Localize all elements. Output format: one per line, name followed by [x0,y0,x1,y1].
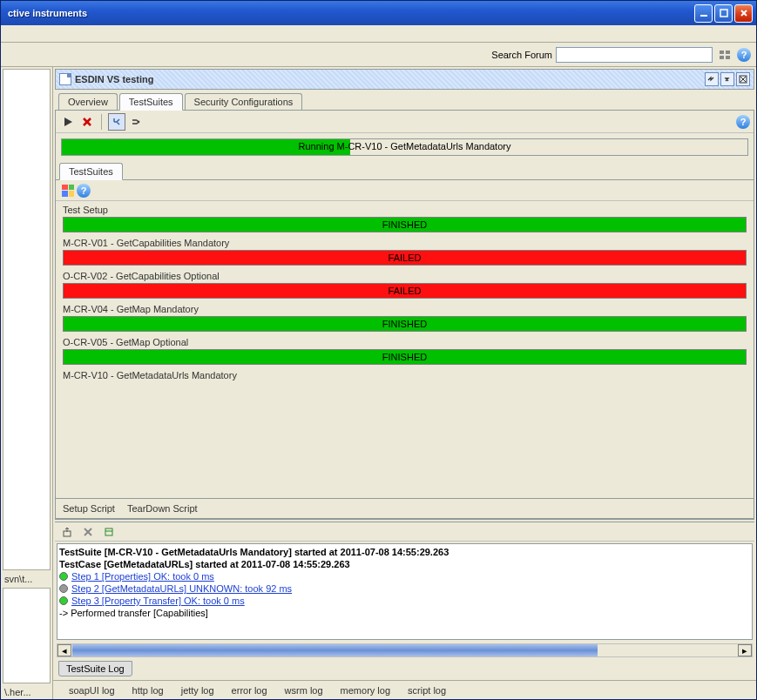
main-tabs: Overview TestSuites Security Configurati… [55,91,754,111]
close-button[interactable] [734,4,753,23]
panel-title-bar: ESDIN VS testing [55,69,754,90]
log-panel: TestSuite [M-CR-V10 - GetMetadataUrls Ma… [55,522,754,678]
svg-rect-5 [726,50,730,54]
log-link[interactable]: Step 1 [Properties] OK: took 0 ms [71,571,214,582]
help-icon[interactable]: ? [737,48,751,62]
run-button[interactable] [59,113,77,131]
minimize-button[interactable] [694,4,713,23]
tab-soapui-log[interactable]: soapUI log [62,683,122,697]
svg-rect-6 [720,56,724,59]
status-dot-grey [59,584,68,593]
status-badge: FINISHED [63,217,747,232]
progress-bar: Running M-CR-V10 - GetMetadataUrls Manda… [61,138,748,156]
scroll-thumb[interactable] [72,644,598,656]
log-step: Step 1 [Properties] OK: took 0 ms [59,570,750,582]
tab-error-log[interactable]: error log [225,683,274,697]
search-toolbar: Search Forum ? [1,43,756,67]
tab-script-log[interactable]: script log [401,683,453,697]
left-tree-placeholder[interactable] [3,69,51,570]
search-go-icon[interactable] [716,46,733,64]
tab-testsuites[interactable]: TestSuites [119,93,183,111]
tab-wsrm-log[interactable]: wsrm log [278,683,330,697]
log-step: Step 2 [GetMetadataURLs] UNKNOWN: took 9… [59,582,750,595]
log-step: Step 3 [Property Transfer] OK: took 0 ms [59,595,750,607]
inner-tabrow: TestSuites [56,161,754,180]
tab-testsuite-log[interactable]: TestSuite Log [58,661,132,676]
tab-setup-script[interactable]: Setup Script [63,503,115,514]
right-pane: ESDIN VS testing Overview TestSuites Sec… [53,67,756,699]
svg-marker-11 [64,118,72,126]
status-badge: FAILED [63,283,747,299]
stop-button[interactable] [78,113,96,131]
options-icon[interactable] [100,523,118,541]
test-list[interactable]: Test SetupFINISHED M-CR-V01 - GetCapabil… [56,201,754,498]
tab-overview[interactable]: Overview [58,93,118,110]
help-icon-3[interactable]: ? [77,184,91,198]
panel-minimize-icon[interactable] [705,72,719,86]
log-body[interactable]: TestSuite [M-CR-V10 - GetMetadataUrls Ma… [57,543,753,640]
tab-security[interactable]: Security Configurations [185,93,303,110]
window-title: ctive instruments [4,8,694,18]
test-item: M-CR-V04 - GetMap MandatoryFINISHED [59,300,750,332]
log-footer: -> Performed transfer [Capabilities] [59,607,750,619]
test-item: M-CR-V10 - GetMetadataUrls Mandatory [59,367,750,380]
help-icon-2[interactable]: ? [736,115,750,129]
search-input[interactable] [556,47,713,63]
progress-text: Running M-CR-V10 - GetMetadataUrls Manda… [62,141,747,151]
status-badge: FINISHED [63,349,747,365]
maximize-button[interactable] [714,4,733,23]
log-toolbar [55,522,754,542]
document-icon [59,73,71,85]
inner-tab-testsuites[interactable]: TestSuites [59,163,123,180]
search-label: Search Forum [491,50,552,60]
left-tree-placeholder-2[interactable] [3,588,51,683]
work-area: svn\t... \.her... ESDIN VS testing Overv… [1,67,756,699]
test-item: O-CR-V02 - GetCapabilities OptionalFAILE… [59,267,750,299]
titlebar: ctive instruments [1,1,756,25]
app-window: ctive instruments Search Forum ? svn\t..… [0,0,757,700]
parallel-button[interactable] [108,113,125,131]
script-tabs: Setup Script TearDown Script [56,498,754,519]
log-header: TestCase [GetMetadataURLs] started at 20… [59,558,750,570]
svg-rect-1 [720,10,727,17]
tab-memory-log[interactable]: memory log [334,683,397,697]
left-label-her[interactable]: \.her... [1,685,52,699]
log-header: TestSuite [M-CR-V10 - GetMetadataUrls Ma… [59,546,750,558]
status-badge: FAILED [63,250,747,266]
log-link[interactable]: Step 3 [Property Transfer] OK: took 0 ms [71,596,245,606]
log-link[interactable]: Step 2 [GetMetadataURLs] UNKNOWN: took 9… [71,583,292,594]
clear-icon[interactable] [79,523,97,541]
left-label-svn[interactable]: svn\t... [1,572,52,586]
run-toolbar: ? [56,111,754,133]
color-grid-icon[interactable] [59,182,77,199]
svg-rect-0 [700,15,707,17]
menubar-area [1,25,756,43]
tab-teardown-script[interactable]: TearDown Script [127,503,198,514]
test-item: M-CR-V01 - GetCapabilities MandatoryFAIL… [59,234,750,266]
scroll-right-icon[interactable]: ▸ [738,644,752,656]
left-pane: svn\t... \.her... [1,67,53,699]
status-dot-green [59,572,68,581]
panel-close-icon[interactable] [736,72,750,86]
log-tab-row: TestSuite Log [55,659,754,678]
status-badge: FINISHED [63,316,747,332]
horizontal-scrollbar[interactable]: ◂ ▸ [57,643,753,657]
sequential-button[interactable] [127,113,145,131]
panel-title: ESDIN VS testing [75,74,703,84]
export-icon[interactable] [58,523,76,541]
test-item: Test SetupFINISHED [59,201,750,232]
list-toolbar: ? [56,180,754,201]
bottom-tabs: soapUI log http log jetty log error log … [53,680,756,699]
scroll-left-icon[interactable]: ◂ [57,644,71,656]
panel-restore-icon[interactable] [720,72,734,86]
status-dot-green [59,596,68,605]
svg-rect-4 [720,50,724,54]
svg-rect-17 [105,528,112,535]
svg-rect-7 [726,56,730,59]
tab-http-log[interactable]: http log [125,683,171,697]
test-item: O-CR-V05 - GetMap OptionalFINISHED [59,333,750,365]
tab-jetty-log[interactable]: jetty log [174,683,221,697]
panel-body: ? Running M-CR-V10 - GetMetadataUrls Man… [55,111,754,520]
